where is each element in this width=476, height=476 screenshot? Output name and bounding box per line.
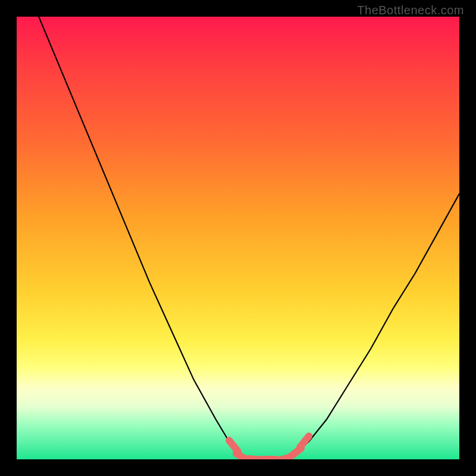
dash-marker xyxy=(300,436,309,447)
plot-area xyxy=(17,17,459,459)
bottleneck-curve xyxy=(39,17,459,459)
dash-markers-group xyxy=(229,436,309,459)
curve-svg xyxy=(17,17,459,459)
watermark-text: TheBottleneck.com xyxy=(357,4,464,17)
chart-frame: TheBottleneck.com xyxy=(0,0,476,476)
